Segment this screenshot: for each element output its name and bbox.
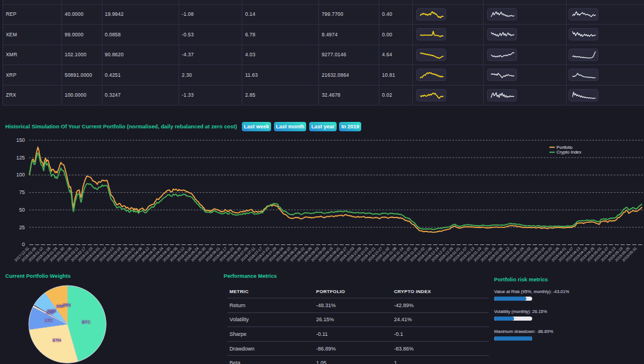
svg-text:100: 100 bbox=[16, 172, 25, 178]
svg-text:150: 150 bbox=[16, 137, 25, 143]
svg-text:25: 25 bbox=[19, 224, 25, 230]
svg-text:125: 125 bbox=[16, 155, 25, 161]
svg-text:50: 50 bbox=[19, 207, 25, 213]
svg-text:75: 75 bbox=[19, 189, 25, 195]
svg-text:Crypto Index: Crypto Index bbox=[557, 149, 582, 155]
svg-text:0: 0 bbox=[22, 241, 25, 247]
